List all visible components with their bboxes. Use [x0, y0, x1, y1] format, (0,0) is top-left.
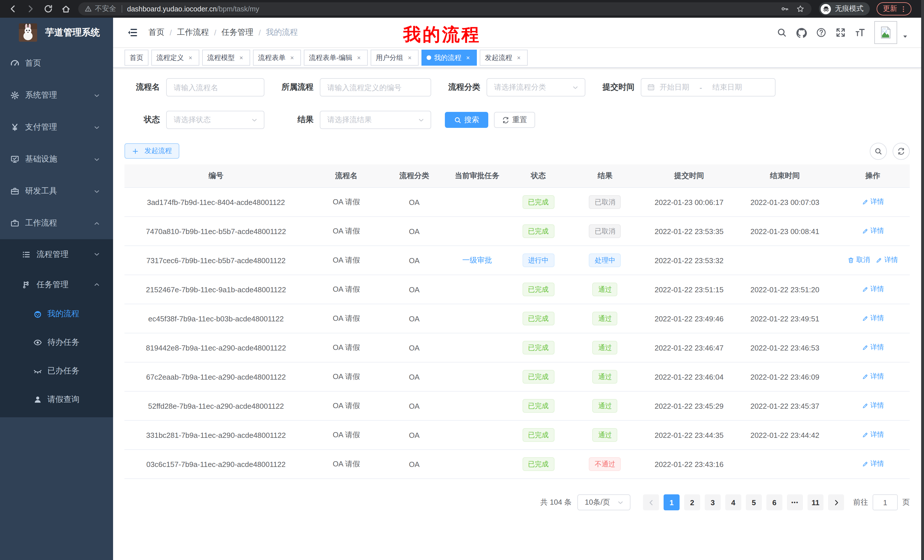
more-vert-icon[interactable]: [900, 5, 908, 13]
font-size-icon[interactable]: [855, 27, 865, 38]
table-cell: 819442e8-7b9a-11ec-a290-acde48001122: [124, 343, 308, 352]
sidebar-item-leave-query[interactable]: 请假查询: [0, 385, 113, 414]
breadcrumb-item[interactable]: 工作流程: [177, 27, 209, 38]
hamburger-icon[interactable]: [127, 27, 138, 38]
sidebar-item-process-management[interactable]: 流程管理: [0, 239, 113, 270]
tab-close-icon[interactable]: ×: [355, 54, 363, 61]
table-cell: 已完成: [511, 195, 566, 209]
forward-icon[interactable]: [26, 4, 35, 14]
table-cell: 已完成: [511, 370, 566, 383]
page-button-2[interactable]: 2: [684, 494, 700, 511]
table-refresh-button[interactable]: [892, 142, 910, 160]
breadcrumb-item[interactable]: 任务管理: [222, 27, 254, 38]
sidebar-item-dev-tools[interactable]: 研发工具: [0, 175, 113, 207]
app-logo[interactable]: 芋道管理系统: [0, 18, 113, 47]
tab-close-icon[interactable]: ×: [515, 54, 522, 61]
page-button-5[interactable]: 5: [746, 494, 762, 511]
password-key-icon[interactable]: [781, 4, 789, 13]
detail-action[interactable]: 详情: [862, 430, 884, 440]
detail-action[interactable]: 详情: [862, 314, 884, 323]
sidebar-item-system-management[interactable]: 系统管理: [0, 79, 113, 111]
security-chip[interactable]: 不安全: [95, 4, 116, 14]
page-size-select[interactable]: 10条/页: [578, 494, 630, 511]
tab-流程模型[interactable]: 流程模型×: [202, 49, 250, 66]
tab-流程表单[interactable]: 流程表单×: [253, 49, 301, 66]
tab-首页[interactable]: 首页: [124, 49, 148, 66]
search-button[interactable]: 搜索: [445, 112, 488, 128]
back-icon[interactable]: [8, 4, 18, 14]
detail-action[interactable]: 详情: [862, 197, 884, 207]
detail-action[interactable]: 详情: [862, 226, 884, 236]
sidebar-item-task-management[interactable]: 任务管理: [0, 270, 113, 300]
next-page-button[interactable]: [828, 494, 844, 511]
github-icon[interactable]: [796, 27, 807, 38]
page-button-1[interactable]: 1: [664, 494, 680, 511]
warning-icon: [84, 5, 92, 13]
status-select[interactable]: 请选择状态: [166, 111, 264, 129]
page-button-4[interactable]: 4: [725, 494, 741, 511]
parent-process-input[interactable]: [320, 78, 431, 96]
address-bar[interactable]: 不安全 dashboard.yudao.iocoder.cn/bpm/task/…: [78, 2, 812, 15]
chevron-down-icon: [251, 116, 258, 124]
more-pages-button[interactable]: •••: [787, 494, 803, 511]
breadcrumb-item[interactable]: 首页: [148, 27, 165, 38]
tab-流程定义[interactable]: 流程定义×: [152, 49, 199, 66]
caret-down-icon[interactable]: [902, 33, 909, 40]
sidebar-item-my-process[interactable]: 我的流程: [0, 300, 113, 328]
update-button[interactable]: 更新: [877, 2, 911, 15]
tab-流程表单-编辑[interactable]: 流程表单-编辑×: [304, 49, 368, 66]
category-select[interactable]: 请选择流程分类: [486, 78, 585, 96]
page-button-11[interactable]: 11: [807, 494, 824, 511]
table-cell: 2022-01-22 23:46:09: [734, 373, 836, 381]
detail-action[interactable]: 详情: [862, 401, 884, 411]
avatar[interactable]: [874, 21, 897, 44]
tab-close-icon[interactable]: ×: [464, 54, 472, 61]
sidebar-item-done-tasks[interactable]: 已办任务: [0, 357, 113, 385]
table-cell: OA: [385, 460, 444, 469]
reset-button[interactable]: 重置: [494, 112, 535, 128]
current-task-link[interactable]: 一级审批: [462, 256, 492, 264]
page-button-6[interactable]: 6: [766, 494, 782, 511]
table-cell: 2022-01-22 23:46:47: [644, 343, 734, 352]
tab-close-icon[interactable]: ×: [238, 54, 245, 61]
url-text[interactable]: dashboard.yudao.iocoder.cn/bpm/task/my: [127, 5, 259, 13]
sidebar-item-workflow[interactable]: 工作流程: [0, 207, 113, 239]
help-icon[interactable]: [816, 27, 826, 38]
cancel-action[interactable]: 取消: [848, 256, 870, 265]
home-icon[interactable]: [61, 4, 71, 14]
prev-page-button[interactable]: [643, 494, 659, 511]
detail-action[interactable]: 详情: [862, 372, 884, 382]
process-name-input[interactable]: [166, 78, 264, 96]
fullscreen-icon[interactable]: [836, 27, 846, 38]
tab-close-icon[interactable]: ×: [406, 54, 414, 61]
sidebar-item-home[interactable]: 首页: [0, 47, 113, 79]
status-badge: 进行中: [522, 253, 554, 267]
tab-用户分组[interactable]: 用户分组×: [370, 49, 418, 66]
detail-action[interactable]: 详情: [862, 284, 884, 294]
sidebar-item-todo-tasks[interactable]: 待办任务: [0, 328, 113, 357]
table-cell: 已完成: [511, 399, 566, 413]
table-search-button[interactable]: [870, 142, 887, 160]
tab-close-icon[interactable]: ×: [288, 54, 296, 61]
reload-icon[interactable]: [44, 4, 53, 14]
sidebar-item-payment-management[interactable]: 支付管理: [0, 111, 113, 143]
table-cell: 2022-01-23 00:07:03: [734, 198, 836, 207]
tab-close-icon[interactable]: ×: [187, 54, 194, 61]
detail-action[interactable]: 详情: [862, 459, 884, 469]
tab-发起流程[interactable]: 发起流程×: [480, 49, 528, 66]
goto-page-input[interactable]: [873, 494, 898, 511]
detail-action[interactable]: 详情: [876, 256, 898, 265]
create-process-button[interactable]: 发起流程: [124, 143, 179, 159]
search-icon[interactable]: [777, 27, 787, 38]
end-time: 2022-01-22 23:45:37: [750, 401, 819, 410]
table-cell: 详情: [836, 430, 909, 440]
date-range-picker[interactable]: 开始日期 - 结束日期: [641, 78, 776, 96]
result-select[interactable]: 请选择流结果: [320, 111, 431, 129]
tab-我的流程[interactable]: 我的流程×: [422, 49, 477, 66]
bookmark-star-icon[interactable]: [796, 4, 805, 13]
status-badge: 已完成: [522, 341, 554, 355]
page-button-3[interactable]: 3: [705, 494, 721, 511]
process-name-label: 流程名: [124, 82, 166, 93]
detail-action[interactable]: 详情: [862, 343, 884, 352]
sidebar-item-infrastructure[interactable]: 基础设施: [0, 143, 113, 175]
